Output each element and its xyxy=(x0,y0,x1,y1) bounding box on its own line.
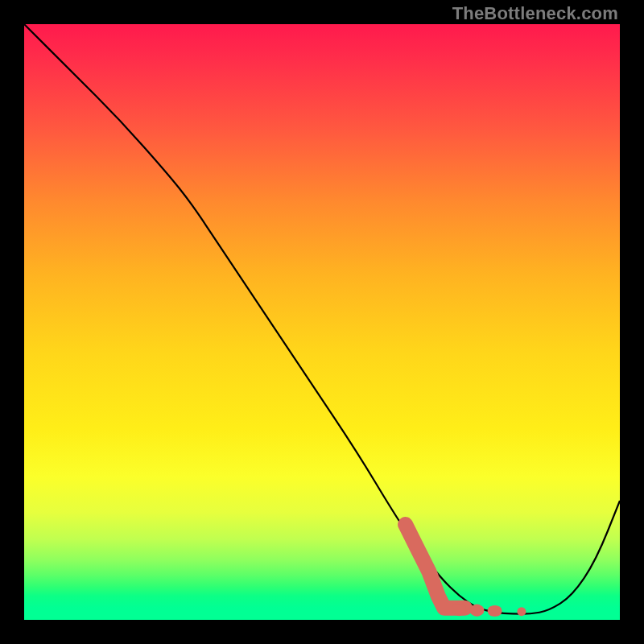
chart-frame: TheBottleneck.com xyxy=(0,0,644,644)
chart-overlay xyxy=(24,24,620,620)
svg-rect-3 xyxy=(469,605,484,616)
watermark-text: TheBottleneck.com xyxy=(452,3,618,24)
svg-rect-1 xyxy=(452,604,466,614)
svg-point-6 xyxy=(517,607,526,616)
highlighted-region xyxy=(406,525,526,617)
bottleneck-curve xyxy=(24,24,620,614)
svg-rect-5 xyxy=(488,605,502,616)
